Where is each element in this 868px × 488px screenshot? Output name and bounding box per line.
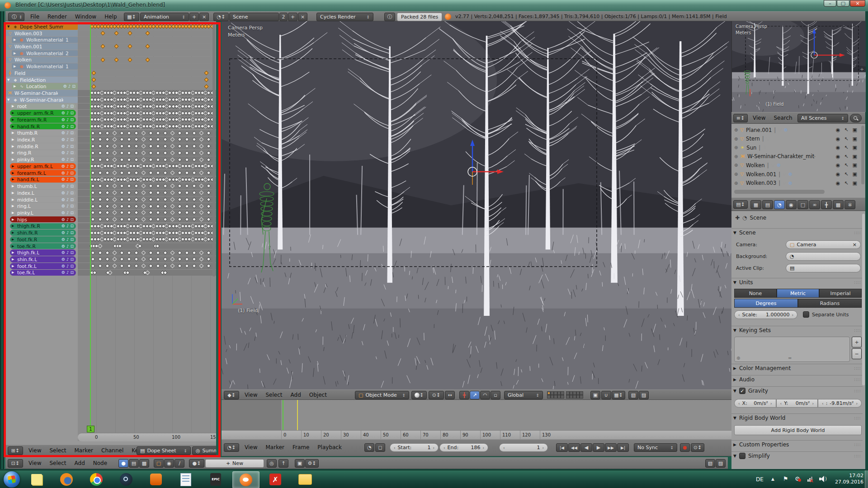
pin-icon[interactable]: ⊡	[70, 171, 74, 175]
wrench-icon[interactable]: ⚙	[788, 172, 793, 177]
node-snap-target-button[interactable]: ⚙↕	[305, 459, 319, 468]
wrench-icon[interactable]: ⚙	[61, 171, 65, 175]
render-opengl-anim-button[interactable]: ▨	[639, 391, 649, 399]
layer-cell[interactable]	[551, 391, 554, 395]
expand-icon[interactable]: ⊕	[734, 154, 738, 159]
menu-node-add[interactable]: Add	[71, 458, 89, 469]
dope-channel-middle-l[interactable]: ▶middle.L⚙♪⊡	[10, 197, 76, 203]
unit-scale-field[interactable]: ‹Scale:1.000000›	[734, 310, 797, 319]
pin-icon[interactable]: ⊡	[70, 217, 74, 222]
next-keyframe-button[interactable]: ▶▶	[605, 443, 617, 452]
taskbar-app-writer[interactable]	[173, 471, 199, 488]
gravity-field-2[interactable]: ‹:-9.81m/s²›	[818, 399, 862, 408]
wrench-icon[interactable]: ⚙	[61, 111, 65, 115]
menu-dope-channel[interactable]: Channel	[97, 445, 127, 456]
menu-tl-playback[interactable]: Playback	[313, 442, 346, 453]
speaker-icon[interactable]: ♪	[66, 197, 69, 202]
dope-channel-index-l[interactable]: ▶index.L⚙♪⊡	[10, 190, 76, 196]
node-tree-compositing-button[interactable]: ▤	[129, 459, 139, 468]
wrench-icon[interactable]: ⚙	[61, 224, 65, 228]
timeline-current-frame-line[interactable]	[283, 400, 283, 430]
speaker-icon[interactable]: ♪	[66, 157, 69, 162]
expander-icon[interactable]: ▼	[7, 25, 11, 28]
speaker-icon[interactable]: ♪	[66, 224, 69, 228]
close-button[interactable]: ×	[850, 0, 865, 7]
pin-icon[interactable]: ⊡	[70, 197, 74, 202]
unit-system-none[interactable]: None	[734, 289, 777, 298]
wrench-icon[interactable]: ⚙	[61, 131, 65, 135]
expand-icon[interactable]: ⊕	[734, 145, 738, 150]
dope-key-area[interactable]	[78, 21, 216, 441]
menu-top-window[interactable]: Window	[71, 11, 100, 22]
layer-cell[interactable]	[576, 391, 580, 395]
dope-channel-wolken[interactable]: ▽Wolken	[5, 57, 78, 63]
packed-files-button[interactable]: Packed 28 files	[397, 13, 442, 21]
dope-channel-middle-r[interactable]: ▶middle.R⚙♪⊡	[10, 143, 76, 150]
tab-render-layers[interactable]: ▤	[762, 200, 773, 209]
play-reverse-button[interactable]: ◀	[580, 443, 592, 452]
dope-channel-foot-fk-r[interactable]: ▶foot.fk.R⚙♪⊡	[10, 236, 76, 243]
wrench-icon[interactable]: ⚙	[61, 164, 65, 169]
pin-icon[interactable]: ⊡	[70, 150, 74, 155]
speaker-icon[interactable]: ♪	[66, 230, 69, 235]
panel-custom-properties-header[interactable]: ▶Custom Properties∷∷	[731, 440, 863, 449]
tab-object[interactable]: □	[797, 200, 808, 209]
minimize-button[interactable]: –	[824, 0, 836, 7]
speaker-icon[interactable]: ♪	[66, 191, 69, 195]
arrow-left-icon[interactable]: ‹	[738, 401, 740, 406]
arrow-left-icon[interactable]: ‹	[822, 401, 824, 406]
lock-button[interactable]: ▣	[590, 391, 600, 399]
expander-icon[interactable]: ▶	[12, 125, 15, 128]
pin-icon[interactable]: ⊡	[70, 250, 74, 255]
pin-icon[interactable]: ⊡	[72, 84, 75, 89]
expander-icon[interactable]: ▶	[12, 258, 15, 261]
menu-tl-marker[interactable]: Marker	[261, 442, 288, 453]
separate-units-checkbox[interactable]	[803, 311, 809, 318]
wrench-icon[interactable]: ⚙	[61, 217, 65, 222]
expander-icon[interactable]: ▶	[12, 184, 15, 188]
expander-icon[interactable]: ▶	[12, 164, 15, 168]
wrench-icon[interactable]: ⚙	[788, 181, 793, 186]
dope-channel-thumb-r[interactable]: ▶thumb.R⚙♪⊡	[10, 130, 76, 136]
dope-channel-toe-fk-l[interactable]: ▶toe.fk.L⚙♪⊡	[10, 270, 76, 276]
pin-icon[interactable]: ⊡	[70, 157, 74, 162]
wrench-icon[interactable]: ⚙	[63, 84, 67, 89]
material-new-button[interactable]: +New	[205, 459, 264, 468]
speaker-icon[interactable]: ♪	[66, 137, 69, 142]
menu-node-select[interactable]: Select	[45, 458, 70, 469]
wrench-icon[interactable]: ⚙	[61, 244, 65, 249]
dope-channel-index-r[interactable]: ▶index.R⚙♪⊡	[10, 136, 76, 143]
tab-scene[interactable]: ◔	[774, 200, 785, 209]
menu-dope-select[interactable]: Select	[45, 445, 70, 456]
play-button[interactable]: ▶	[593, 443, 604, 452]
dope-channel-location[interactable]: ▶∿Location⚙♪⊡	[12, 83, 78, 89]
taskbar-app-firefox[interactable]	[53, 471, 80, 488]
keying-set-button[interactable]: ⊙↕	[691, 443, 704, 452]
dope-channel-toe-fk-r[interactable]: ▶toe.fk.R⚙♪⊡	[10, 243, 76, 249]
arrow-right-icon[interactable]: ›	[856, 401, 858, 406]
menu-top-help[interactable]: Help	[100, 11, 121, 22]
pin-icon[interactable]: ⊡	[70, 257, 74, 262]
expander-icon[interactable]: ▶	[14, 65, 17, 68]
camera-preview-viewport[interactable]: Camera Persp Meters (1) Field +	[731, 21, 866, 112]
menu-vp-add[interactable]: Add	[287, 389, 305, 400]
unit-rotation-degrees[interactable]: Degrees	[734, 299, 798, 308]
expand-icon[interactable]: ⊕	[734, 136, 738, 141]
speaker-icon[interactable]: ♪	[66, 204, 69, 208]
layer-cell[interactable]	[573, 395, 576, 399]
speaker-icon[interactable]: ♪	[66, 237, 69, 242]
key-strip[interactable]	[78, 63, 216, 70]
expander-icon[interactable]: ▶	[12, 118, 15, 122]
wrench-icon[interactable]: ⚙	[61, 150, 65, 155]
panel-gravity-header[interactable]: ▼✓Gravity∷∷	[731, 386, 863, 395]
taskbar-app-chrome[interactable]	[83, 471, 109, 488]
tab-particles[interactable]: ※	[844, 200, 855, 209]
expander-icon[interactable]: ▶	[14, 38, 17, 42]
pin-icon[interactable]: ⊡	[70, 177, 74, 182]
tab-render[interactable]: ▦	[750, 200, 761, 209]
speaker-icon[interactable]: ♪	[68, 84, 71, 89]
tray-language[interactable]: DE	[756, 476, 764, 483]
shader-world-button[interactable]: ◉	[164, 459, 174, 468]
eye-icon[interactable]: ◉	[836, 180, 840, 186]
expander-icon[interactable]: ▼	[7, 78, 11, 82]
